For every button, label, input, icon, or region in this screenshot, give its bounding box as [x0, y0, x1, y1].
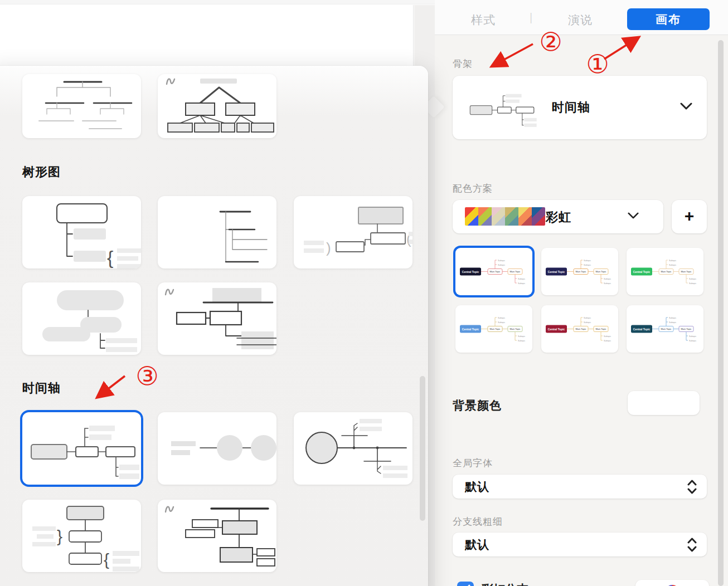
background-color-label: 背景颜色	[453, 398, 502, 413]
svg-text:Subtopic: Subtopic	[518, 282, 525, 285]
template-card-sketch-tree[interactable]	[158, 74, 276, 138]
annotation-number-2: ②	[536, 29, 565, 55]
section-header-tree: 树形图	[22, 164, 61, 180]
scheme-color-tile	[505, 207, 518, 226]
svg-text:Subtopic: Subtopic	[498, 317, 505, 319]
svg-text:Subtopic: Subtopic	[498, 260, 505, 262]
tab-canvas-active[interactable]: 画布	[627, 8, 710, 30]
theme-thumbnail-4[interactable]: Subtopic Subtopic Subtopic Subtopic Cent…	[455, 305, 532, 353]
scheme-color-tile	[532, 207, 545, 226]
svg-text:Subtopic: Subtopic	[584, 321, 591, 324]
svg-text:{: {	[107, 247, 113, 268]
svg-text:Main Topic: Main Topic	[661, 270, 671, 273]
svg-text:Central Topic: Central Topic	[548, 328, 565, 331]
global-font-select[interactable]: 默认	[453, 475, 707, 499]
svg-text:Subtopic: Subtopic	[498, 321, 505, 324]
svg-text:Subtopic: Subtopic	[669, 321, 676, 324]
sketch-marker-icon	[166, 290, 173, 295]
color-scheme-dropdown[interactable]: 彩虹	[453, 200, 663, 233]
svg-text:Subtopic: Subtopic	[604, 335, 611, 338]
svg-text:Main Topic: Main Topic	[595, 270, 606, 273]
scheme-color-tile	[518, 207, 532, 226]
svg-text:Subtopic: Subtopic	[689, 278, 696, 280]
theme-thumbnail-1-selected[interactable]: Subtopic Subtopic Subtopic Subtopic Cent…	[455, 248, 532, 295]
svg-text:Main Topic: Main Topic	[575, 270, 586, 273]
svg-text:Main Topic: Main Topic	[575, 328, 586, 330]
theme-thumbnail-3[interactable]: Subtopic Subtopic Subtopic Subtopic Cent…	[627, 248, 703, 295]
global-font-value: 默认	[465, 479, 489, 495]
svg-text:{: {	[104, 550, 109, 569]
branch-width-value: 默认	[465, 537, 489, 553]
canvas-settings-panel: 样式 | 演说 画布 骨架	[435, 0, 728, 586]
sketch-marker-icon	[166, 507, 173, 512]
svg-text:Main Topic: Main Topic	[489, 328, 500, 330]
global-font-label: 全局字体	[453, 457, 493, 470]
rainbow-swatch-strip	[465, 207, 545, 226]
template-card-timeline-horizontal-selected[interactable]	[22, 412, 141, 485]
svg-text:Subtopic: Subtopic	[518, 335, 525, 338]
svg-text:Subtopic: Subtopic	[669, 317, 676, 319]
timeline-skeleton-icon	[464, 86, 538, 130]
svg-text:Subtopic: Subtopic	[584, 264, 591, 266]
template-card-fishbone-timeline[interactable]	[294, 412, 412, 485]
chevron-up-down-icon	[687, 538, 697, 552]
chevron-down-icon	[628, 212, 639, 219]
svg-text:Subtopic: Subtopic	[584, 317, 591, 319]
svg-text:Main Topic: Main Topic	[509, 270, 520, 273]
svg-text:Subtopic: Subtopic	[604, 340, 611, 342]
svg-text:Central Topic: Central Topic	[462, 271, 479, 274]
svg-text:Subtopic: Subtopic	[689, 282, 696, 285]
svg-text:Subtopic: Subtopic	[604, 282, 611, 285]
check-icon	[457, 582, 474, 586]
template-card-logic-outline[interactable]	[158, 196, 276, 268]
svg-text:Main Topic: Main Topic	[661, 328, 671, 330]
color-scheme-value: 彩虹	[546, 209, 571, 226]
skeleton-dropdown[interactable]: 时间轴	[453, 76, 707, 139]
scheme-color-tile	[478, 207, 492, 226]
template-card-timeline-vertical[interactable]: } {	[22, 500, 141, 572]
tab-separator: |	[530, 11, 532, 24]
svg-text:Main Topic: Main Topic	[509, 328, 520, 330]
template-card-sketch-tree-right[interactable]	[158, 282, 276, 355]
panel-scrollbar[interactable]	[718, 40, 724, 586]
gallery-scrollbar[interactable]	[420, 376, 425, 521]
scheme-color-tile	[492, 207, 505, 226]
svg-text:Main Topic: Main Topic	[681, 270, 691, 273]
svg-text:): )	[326, 240, 331, 256]
rainbow-branch-label: 彩虹分支	[482, 582, 528, 586]
svg-text:Subtopic: Subtopic	[669, 260, 676, 262]
rainbow-branch-color-button[interactable]	[635, 580, 709, 586]
svg-text:Subtopic: Subtopic	[498, 264, 505, 266]
skeleton-value: 时间轴	[552, 99, 590, 116]
color-scheme-section-label: 配色方案	[453, 182, 493, 195]
theme-thumbnail-2[interactable]: Subtopic Subtopic Subtopic Subtopic Cent…	[541, 248, 618, 295]
svg-text:Central Topic: Central Topic	[633, 271, 651, 274]
background-color-swatch[interactable]	[628, 391, 700, 415]
svg-text:Subtopic: Subtopic	[604, 278, 611, 280]
svg-text:Central Topic: Central Topic	[548, 271, 565, 274]
add-color-scheme-button[interactable]: +	[672, 200, 707, 233]
svg-text:}: }	[57, 527, 62, 545]
skeleton-section-label: 骨架	[453, 57, 473, 70]
tab-style[interactable]: 样式	[464, 12, 503, 28]
rainbow-branch-checkbox[interactable]	[457, 582, 474, 586]
template-card-timeline-circles[interactable]	[158, 412, 276, 485]
chevron-up-down-icon	[687, 480, 697, 494]
scheme-color-tile	[465, 207, 478, 226]
template-card-tree-right[interactable]: ) (	[294, 196, 412, 268]
template-card-sketch-timeline-vertical[interactable]	[158, 500, 276, 572]
theme-thumbnail-6[interactable]: Subtopic Subtopic Subtopic Subtopic Cent…	[627, 305, 703, 353]
branch-width-select[interactable]: 默认	[453, 533, 707, 556]
structure-gallery-popover: 树形图 {	[0, 66, 428, 586]
template-card-blob-tree[interactable]	[22, 282, 141, 355]
svg-text:Subtopic: Subtopic	[689, 340, 696, 342]
template-card-org-chart[interactable]	[22, 74, 141, 138]
tab-presentation[interactable]: 演说	[560, 12, 600, 28]
branch-width-label: 分支线粗细	[453, 515, 503, 528]
theme-thumbnail-5[interactable]: Subtopic Subtopic Subtopic Subtopic Cent…	[541, 305, 618, 353]
sketch-marker-icon	[167, 79, 174, 84]
svg-text:Main Topic: Main Topic	[595, 328, 606, 330]
chevron-down-icon	[680, 102, 692, 110]
template-card-tree-down[interactable]: {	[22, 196, 141, 268]
svg-text:Main Topic: Main Topic	[489, 270, 500, 273]
